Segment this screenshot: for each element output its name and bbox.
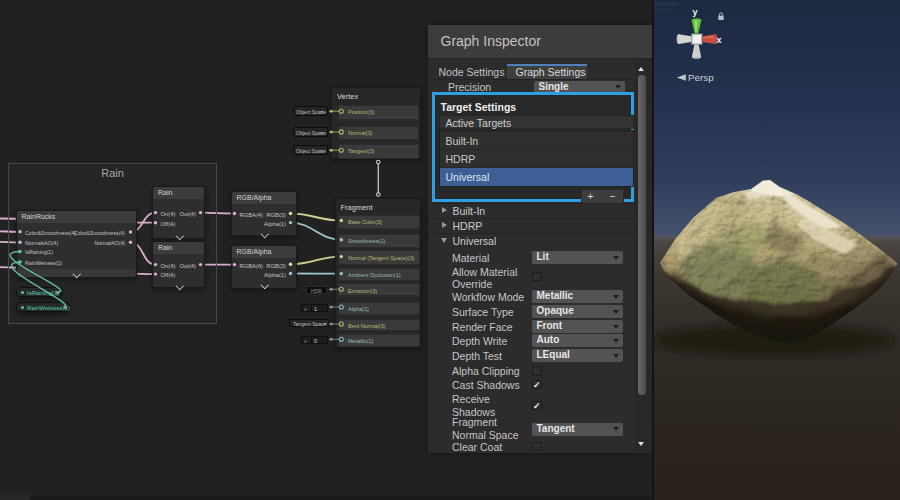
svg-text:y: y (693, 7, 698, 17)
svg-text:x: x (717, 35, 722, 45)
svg-text:Persp: Persp (688, 72, 714, 83)
